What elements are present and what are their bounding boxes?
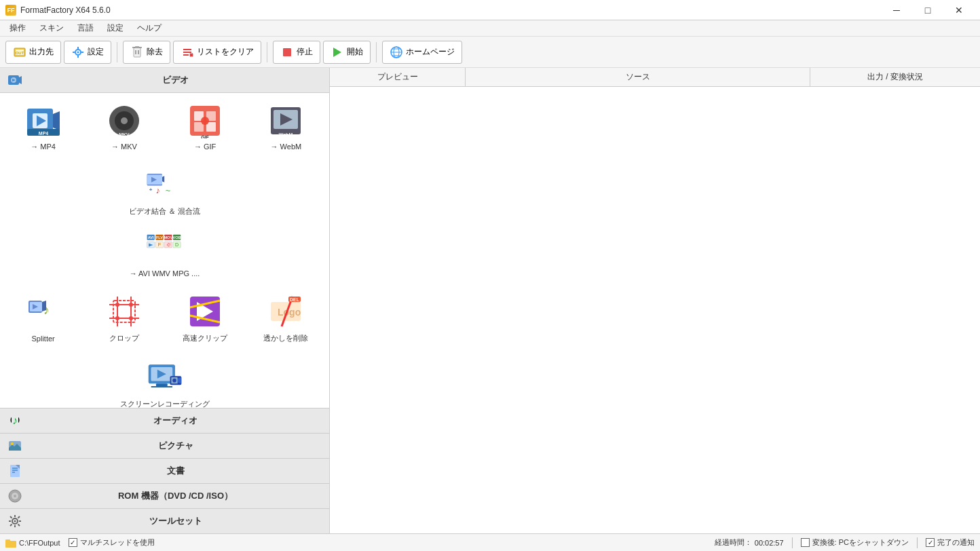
svg-text:MOV: MOV: [164, 235, 172, 240]
start-label: 開始: [347, 46, 363, 58]
col-source: ソース: [466, 68, 810, 86]
menu-item-help[interactable]: ヘルプ: [130, 21, 168, 35]
output-button[interactable]: OUT 出力先: [5, 41, 61, 64]
output-path-item: C:\FFOutput: [5, 538, 60, 548]
svg-point-4: [77, 51, 79, 53]
gif-label: → GIF: [194, 142, 216, 151]
menu-item-language[interactable]: 言語: [71, 21, 100, 35]
document-section[interactable]: 文書: [0, 458, 329, 483]
picture-section[interactable]: ピクチャ: [0, 433, 329, 458]
svg-text:⏱: ⏱: [166, 242, 170, 247]
audio-section[interactable]: ♪ オーディオ: [0, 408, 329, 433]
svg-point-137: [14, 520, 16, 522]
notify-label: 完了の通知: [937, 537, 975, 548]
tool-crop[interactable]: クロップ: [83, 286, 164, 349]
multithread-label: マルチスレッドを使用: [80, 537, 155, 548]
homepage-button[interactable]: ホームページ: [382, 41, 462, 64]
video-icon: [7, 72, 23, 88]
clear-list-icon: [181, 45, 194, 59]
multithread-checkbox[interactable]: ✓: [69, 538, 77, 547]
remove-label: 除去: [147, 46, 163, 58]
webm-icon: WebM: [267, 102, 305, 140]
svg-text:+: +: [149, 187, 152, 193]
homepage-icon: [390, 45, 403, 59]
svg-text:FLV: FLV: [155, 235, 162, 240]
svg-text:♪: ♪: [155, 185, 159, 195]
close-button[interactable]: ✕: [943, 0, 975, 20]
svg-line-144: [18, 516, 20, 518]
mp4-icon: MP4: [24, 102, 62, 140]
shutdown-checkbox[interactable]: [801, 538, 810, 547]
tool-gif[interactable]: GIF → GIF: [165, 96, 246, 157]
svg-point-84: [115, 303, 119, 307]
fastclip-label: 高速クリップ: [183, 333, 227, 343]
title-bar: FF FormatFactory X64 5.6.0 ─ □ ✕: [0, 0, 980, 20]
svg-marker-31: [53, 111, 60, 130]
svg-line-145: [10, 525, 12, 527]
tools-section[interactable]: ツールセット: [0, 508, 329, 533]
format-grid-row3: ♪ Splitter: [0, 284, 329, 352]
mkv-label: → MKV: [111, 142, 137, 151]
homepage-label: ホームページ: [406, 46, 455, 58]
tool-mkv[interactable]: MKV → MKV: [83, 96, 164, 157]
rom-section[interactable]: ROM 機器（DVD /CD /ISO）: [0, 483, 329, 508]
tool-webm[interactable]: WebM → WebM: [246, 96, 326, 157]
svg-text:♪: ♪: [12, 415, 18, 426]
toolbar-sep-3: [376, 42, 377, 62]
svg-text:♪: ♪: [43, 303, 50, 317]
settings-icon: [71, 45, 85, 59]
menu-item-action[interactable]: 操作: [3, 21, 33, 35]
menu-bar: 操作 スキン 言語 設定 ヘルプ: [0, 20, 980, 37]
start-button[interactable]: 開始: [323, 41, 371, 64]
tool-watermark[interactable]: Logo DEL 透かしを削除: [246, 286, 326, 349]
elapsed-time-item: 経過時間： 00:02:57: [715, 537, 784, 548]
tool-fastclip[interactable]: 高速クリップ: [165, 286, 246, 349]
tool-mp4[interactable]: MP4 → MP4: [3, 96, 83, 157]
tool-screenrec[interactable]: スクリーンレコーディング: [3, 352, 326, 408]
combine-icon: + ♪ ~: [146, 166, 184, 204]
watermark-icon: Logo DEL: [267, 292, 305, 330]
clear-list-button[interactable]: リストをクリア: [173, 41, 261, 64]
format-grid-row2: + ♪ ~ ビデオ結合 ＆ 混合流 AVI: [0, 159, 329, 284]
toolbar: OUT 出力先 設定: [0, 37, 980, 68]
menu-item-skin[interactable]: スキン: [33, 21, 71, 35]
video-section-header[interactable]: ビデオ: [0, 68, 329, 93]
menu-item-settings[interactable]: 設定: [100, 21, 130, 35]
stop-icon: [280, 45, 294, 59]
document-label: 文書: [29, 465, 322, 477]
tool-avi-wmv[interactable]: AVI FLV MOV VOB: [3, 223, 326, 284]
tool-splitter[interactable]: ♪ Splitter: [3, 286, 83, 349]
svg-rect-13: [135, 46, 139, 48]
svg-text:WebM: WebM: [279, 132, 293, 137]
svg-text:GIF: GIF: [201, 135, 209, 138]
start-icon: [331, 45, 344, 59]
settings-button[interactable]: 設定: [64, 41, 111, 64]
svg-rect-101: [151, 386, 172, 387]
maximize-button[interactable]: □: [912, 0, 943, 20]
screenrec-label: スクリーンレコーディング: [120, 399, 210, 408]
notify-checkbox[interactable]: ✓: [926, 538, 935, 547]
rom-label: ROM 機器（DVD /CD /ISO）: [29, 490, 322, 502]
remove-button[interactable]: 除去: [123, 41, 170, 64]
avi-wmv-icon: AVI FLV MOV VOB: [146, 229, 184, 267]
svg-point-85: [129, 303, 133, 307]
format-grid-row4: スクリーンレコーディング: [0, 352, 329, 408]
svg-point-135: [14, 495, 16, 497]
stop-button[interactable]: 停止: [273, 41, 320, 64]
svg-point-127: [11, 442, 14, 445]
rom-icon: [7, 488, 23, 504]
svg-text:~: ~: [165, 185, 170, 195]
picture-label: ピクチャ: [29, 440, 322, 452]
svg-line-142: [10, 516, 12, 518]
status-bar: C:\FFOutput ✓ マルチスレッドを使用 経過時間： 00:02:57 …: [0, 533, 980, 551]
svg-rect-147: [5, 539, 10, 542]
fastclip-icon: [186, 292, 224, 330]
svg-point-86: [115, 316, 119, 320]
tools-label: ツールセット: [29, 515, 322, 527]
notify-item: ✓ 完了の通知: [926, 537, 975, 548]
svg-point-87: [129, 316, 133, 320]
minimize-button[interactable]: ─: [881, 0, 912, 20]
svg-rect-19: [283, 48, 291, 56]
tool-combine[interactable]: + ♪ ~ ビデオ結合 ＆ 混合流: [3, 159, 326, 223]
svg-text:AVI: AVI: [147, 235, 153, 240]
